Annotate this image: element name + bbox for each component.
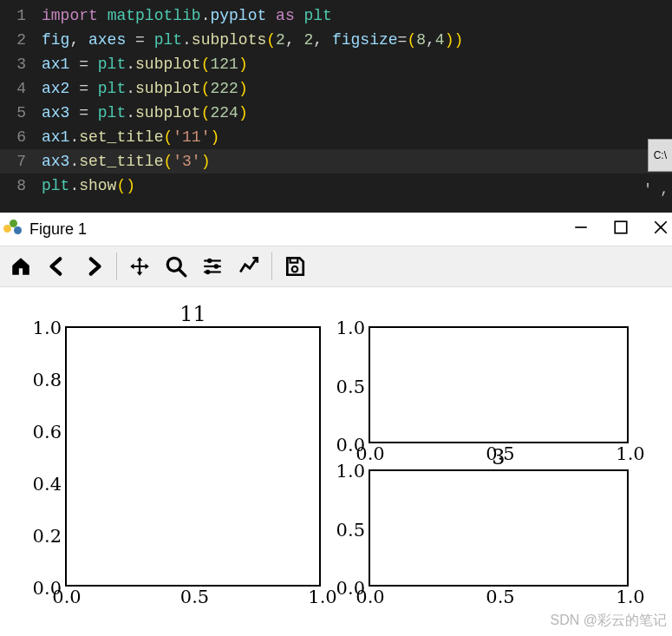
code-line[interactable]: 5ax3 = plt.subplot(224) — [0, 101, 672, 125]
axes-title: 3 — [492, 445, 505, 471]
line-number: 5 — [0, 101, 42, 125]
code-line[interactable]: 7ax3.set_title('3') — [0, 149, 672, 174]
code-editor[interactable]: 1import matplotlib.pyplot as plt2fig, ax… — [0, 0, 672, 213]
svg-line-5 — [179, 269, 186, 276]
svg-point-7 — [207, 259, 212, 263]
window-titlebar[interactable]: Figure 1 — [0, 213, 672, 246]
svg-point-9 — [214, 264, 219, 268]
svg-rect-12 — [290, 258, 298, 262]
x-tick-label: 1.0 — [616, 585, 644, 607]
code-content: ax3 = plt.subplot(224) — [42, 101, 663, 125]
minimize-button[interactable] — [573, 220, 589, 239]
line-number: 4 — [0, 76, 42, 101]
window-title: Figure 1 — [29, 220, 87, 239]
x-tick-label: 1.0 — [616, 442, 644, 464]
code-line[interactable]: 6ax1.set_title('11') — [0, 125, 672, 149]
x-tick-label: 1.0 — [308, 585, 336, 607]
code-content: plt.show() — [42, 174, 663, 198]
svg-point-11 — [206, 270, 210, 274]
line-number: 3 — [0, 52, 42, 76]
figure-window: Figure 1 — [0, 213, 672, 630]
matplotlib-icon — [3, 220, 23, 239]
axes-ax2: 0.00.51.00.00.51.0 — [369, 326, 629, 443]
x-tick-label: 0.5 — [180, 585, 209, 607]
y-tick-label: 0.4 — [33, 474, 67, 495]
x-tick-label: 0.0 — [52, 585, 81, 607]
line-number: 2 — [0, 28, 42, 52]
code-content: import matplotlib.pyplot as plt — [42, 3, 663, 28]
save-button[interactable] — [279, 251, 310, 282]
cmd-badge: C:\ — [648, 139, 672, 172]
zoom-button[interactable] — [160, 251, 192, 282]
home-button[interactable] — [5, 251, 36, 282]
svg-rect-1 — [615, 221, 627, 233]
back-button[interactable] — [42, 251, 73, 282]
code-content: fig, axes = plt.subplots(2, 2, figsize=(… — [42, 28, 663, 52]
y-tick-label: 1.0 — [336, 461, 370, 482]
y-tick-label: 1.0 — [336, 318, 370, 338]
toolbar-separator — [116, 252, 117, 280]
close-button[interactable] — [653, 220, 669, 239]
x-tick-label: 0.0 — [356, 585, 384, 607]
line-number: 7 — [0, 149, 42, 174]
y-tick-label: 0.6 — [33, 422, 67, 443]
code-line[interactable]: 2fig, axes = plt.subplots(2, 2, figsize=… — [0, 28, 672, 52]
code-line[interactable]: 3ax1 = plt.subplot(121) — [0, 52, 672, 76]
watermark: SDN @彩云的笔记 — [551, 612, 667, 630]
quote-fragment: ' , — [640, 178, 672, 202]
code-content: ax1.set_title('11') — [42, 125, 663, 149]
line-number: 6 — [0, 125, 42, 149]
toolbar-separator — [271, 252, 272, 280]
x-tick-label: 0.5 — [486, 585, 514, 607]
maximize-button[interactable] — [613, 220, 629, 239]
matplotlib-toolbar — [0, 246, 672, 287]
code-content: ax2 = plt.subplot(222) — [42, 76, 663, 101]
code-line[interactable]: 1import matplotlib.pyplot as plt — [0, 3, 672, 28]
code-content: ax3.set_title('3') — [42, 149, 663, 174]
axes-ax3: 3 0.00.51.00.00.51.0 — [369, 469, 629, 587]
code-line[interactable]: 8plt.show() — [0, 174, 672, 198]
line-number: 8 — [0, 174, 42, 198]
code-line[interactable]: 4ax2 = plt.subplot(222) — [0, 76, 672, 101]
forward-button[interactable] — [78, 251, 109, 282]
axes-title: 11 — [179, 302, 206, 328]
axes-ax1: 11 0.00.20.40.60.81.00.00.51.0 — [65, 326, 321, 587]
y-tick-label: 1.0 — [33, 318, 67, 338]
configure-subplots-button[interactable] — [197, 251, 228, 282]
y-tick-label: 0.2 — [33, 526, 67, 547]
y-tick-label: 0.5 — [336, 520, 370, 541]
line-number: 1 — [0, 3, 42, 28]
edit-axes-button[interactable] — [233, 251, 264, 282]
pan-button[interactable] — [124, 251, 155, 282]
y-tick-label: 0.5 — [336, 377, 370, 397]
y-tick-label: 0.8 — [33, 370, 67, 390]
code-content: ax1 = plt.subplot(121) — [42, 52, 663, 76]
plot-canvas[interactable]: 11 0.00.20.40.60.81.00.00.51.0 0.00.51.0… — [0, 287, 672, 630]
svg-point-13 — [292, 266, 298, 272]
